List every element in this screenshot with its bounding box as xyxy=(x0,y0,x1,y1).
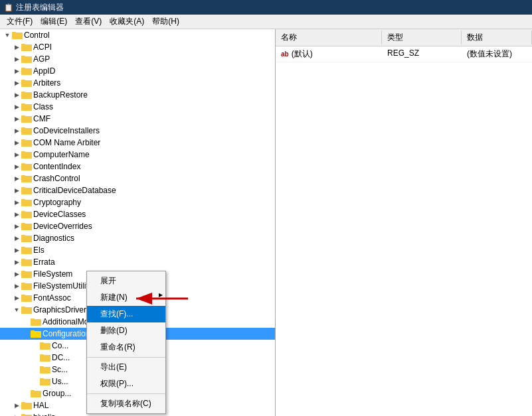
svg-rect-12 xyxy=(21,92,25,94)
tree-item[interactable]: ▶ Cryptography xyxy=(0,196,275,208)
expand-button[interactable]: ▶ xyxy=(12,245,21,255)
right-pane: 名称 类型 数据 ab (默认) REG_SZ (数值未设置) xyxy=(276,29,532,416)
tree-item-label: AGP xyxy=(33,54,50,64)
expand-button[interactable]: ▶ xyxy=(12,222,21,231)
context-menu-item-find[interactable]: 查找(F)... xyxy=(87,306,165,322)
expand-button[interactable]: ▶ xyxy=(12,186,21,195)
expand-button[interactable]: ▶ xyxy=(12,162,21,171)
tree-item[interactable]: ▶ ContentIndex xyxy=(0,161,275,173)
expand-button[interactable]: ▶ xyxy=(12,401,21,410)
tree-item-label: ContentIndex xyxy=(33,162,80,171)
tree-item-label: CoDeviceInstallers xyxy=(33,126,100,135)
tree-item[interactable]: ▶ AppID xyxy=(0,65,275,77)
expand-button[interactable]: ▶ xyxy=(12,42,21,52)
expand-button[interactable]: ▶ xyxy=(12,210,21,219)
context-menu-item-copy-name[interactable]: 复制项名称(C) xyxy=(87,395,165,412)
tree-item[interactable]: ▶ Class xyxy=(0,101,275,113)
tree-item[interactable]: ▶ CriticalDeviceDatabase xyxy=(0,184,275,196)
expand-button[interactable]: ▶ xyxy=(12,126,21,135)
tree-item[interactable]: ▶ Errata xyxy=(0,256,275,268)
tree-item[interactable]: ▶ CMF xyxy=(0,113,275,125)
folder-icon xyxy=(21,102,32,111)
expand-button[interactable]: ▶ xyxy=(12,78,21,88)
tree-item[interactable]: ▶ DeviceOverrides xyxy=(0,220,275,232)
expand-button[interactable]: ▶ xyxy=(12,234,21,243)
expand-button[interactable]: ▶ xyxy=(12,66,21,76)
folder-icon xyxy=(21,234,32,243)
folder-icon xyxy=(21,66,32,76)
expand-button[interactable] xyxy=(31,341,40,350)
expand-button[interactable] xyxy=(31,377,40,386)
context-menu-item-export[interactable]: 导出(E) xyxy=(87,359,165,376)
tree-item[interactable]: ▼ Control xyxy=(0,29,275,41)
folder-icon xyxy=(21,269,32,279)
col-header-name: 名称 xyxy=(276,31,382,44)
tree-item[interactable]: ▶ ACPI xyxy=(0,41,275,53)
context-menu-item-permissions[interactable]: 权限(P)... xyxy=(87,376,165,392)
right-pane-row[interactable]: ab (默认) REG_SZ (数值未设置) xyxy=(276,46,532,62)
tree-item[interactable]: ▶ BackupRestore xyxy=(0,89,275,101)
svg-rect-2 xyxy=(12,34,23,39)
folder-icon xyxy=(21,198,32,207)
context-menu-item-expand[interactable]: 展开 xyxy=(87,273,165,289)
folder-icon xyxy=(12,31,23,40)
tree-item-label: ComputerName xyxy=(33,150,90,159)
folder-icon xyxy=(21,150,32,159)
tree-item[interactable]: ▶ DeviceClasses xyxy=(0,208,275,220)
expand-button[interactable] xyxy=(31,365,40,374)
context-menu-item-delete[interactable]: 删除(D) xyxy=(87,322,165,339)
tree-item[interactable]: ▶ Diagnostics xyxy=(0,232,275,244)
tree-item-label: DC... xyxy=(52,353,70,362)
tree-item-label: Us... xyxy=(52,377,68,386)
menu-file[interactable]: 文件(F) xyxy=(3,15,37,29)
expand-button[interactable] xyxy=(21,329,31,338)
expand-button[interactable]: ▶ xyxy=(12,114,21,123)
expand-button[interactable]: ▼ xyxy=(3,31,12,40)
tree-item[interactable]: ▶ COM Name Arbiter xyxy=(0,137,275,149)
expand-button[interactable]: ▶ xyxy=(12,54,21,64)
tree-item-label: BackupRestore xyxy=(33,90,88,100)
expand-button[interactable]: ▶ xyxy=(12,413,21,416)
folder-icon xyxy=(40,341,50,350)
menu-view[interactable]: 查看(V) xyxy=(71,15,106,29)
context-menu-item-rename[interactable]: 重命名(R) xyxy=(87,339,165,356)
expand-button[interactable]: ▶ xyxy=(12,150,21,159)
folder-icon xyxy=(21,222,32,231)
svg-rect-18 xyxy=(21,127,25,129)
tree-item[interactable]: ▶ ComputerName xyxy=(0,149,275,161)
expand-button[interactable]: ▶ xyxy=(12,90,21,100)
folder-icon xyxy=(21,293,32,303)
tree-item[interactable]: ▶ AGP xyxy=(0,53,275,65)
folder-icon xyxy=(21,245,32,255)
folder-icon xyxy=(31,389,41,398)
expand-button[interactable]: ▶ xyxy=(12,281,21,291)
expand-button[interactable]: ▼ xyxy=(12,305,21,314)
tree-item[interactable]: ▶ Els xyxy=(0,244,275,256)
tree-item-label: Els xyxy=(33,245,44,255)
expand-button[interactable] xyxy=(21,317,31,326)
folder-icon xyxy=(21,174,32,183)
menu-edit[interactable]: 编辑(E) xyxy=(37,15,71,29)
menu-help[interactable]: 帮助(H) xyxy=(148,15,183,29)
folder-icon xyxy=(40,377,50,386)
expand-button[interactable]: ▶ xyxy=(12,269,21,279)
tree-item[interactable]: ▶ CrashControl xyxy=(0,173,275,184)
expand-button[interactable]: ▶ xyxy=(12,257,21,267)
expand-button[interactable] xyxy=(31,353,40,362)
tree-item-label: Cryptography xyxy=(33,198,81,207)
expand-button[interactable]: ▶ xyxy=(12,293,21,303)
expand-button[interactable]: ▶ xyxy=(12,138,21,147)
menu-favorites[interactable]: 收藏夹(A) xyxy=(106,15,148,29)
expand-button[interactable]: ▶ xyxy=(12,198,21,207)
expand-button[interactable] xyxy=(21,389,31,398)
tree-item[interactable]: ▶ Arbiters xyxy=(0,77,275,89)
folder-icon xyxy=(21,42,32,52)
expand-button[interactable]: ▶ xyxy=(12,102,21,111)
context-menu-item-new[interactable]: 新建(N) xyxy=(87,289,165,306)
tree-item[interactable]: ▶ CoDeviceInstallers xyxy=(0,125,275,137)
tree-item-label: Diagnostics xyxy=(33,234,74,243)
expand-button[interactable]: ▶ xyxy=(12,174,21,183)
folder-icon xyxy=(31,317,41,326)
svg-rect-38 xyxy=(21,247,25,249)
folder-icon xyxy=(21,305,32,314)
